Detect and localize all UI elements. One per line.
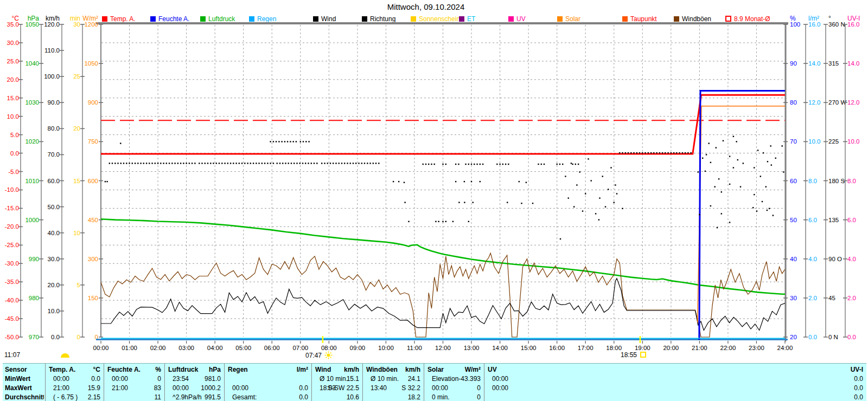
svg-text:5.0: 5.0 — [10, 132, 19, 138]
svg-text:20.0: 20.0 — [7, 76, 19, 83]
stats-table: SensorMinWertMaxWertDurchschnittTemp. A.… — [3, 363, 866, 401]
svg-text:1040: 1040 — [25, 60, 39, 67]
svg-text:110.0: 110.0 — [44, 47, 60, 54]
daylight-sun-icon — [61, 353, 69, 358]
table-col-unit: UV-I — [484, 365, 863, 374]
svg-text:10.0: 10.0 — [847, 138, 859, 145]
table-value-number: 0 — [104, 374, 161, 383]
svg-text:05:00: 05:00 — [235, 345, 251, 351]
table-value-number: 18.2 — [363, 393, 420, 401]
svg-text:150: 150 — [88, 295, 98, 301]
svg-text:40: 40 — [790, 256, 797, 262]
svg-text:10.0: 10.0 — [48, 308, 60, 314]
sunrise-time: 07:47 — [305, 351, 333, 360]
svg-text:980: 980 — [29, 295, 39, 301]
svg-text:03:00: 03:00 — [178, 345, 194, 351]
svg-text:20.0: 20.0 — [48, 282, 60, 288]
table-row-label-sensor: Sensor — [5, 365, 44, 374]
table-value-number: 0.0 — [484, 374, 863, 383]
svg-text:0.0: 0.0 — [808, 334, 817, 340]
svg-text:30.0: 30.0 — [7, 40, 19, 46]
svg-text:-30.0: -30.0 — [5, 260, 19, 267]
svg-text:12.0: 12.0 — [808, 99, 820, 106]
svg-text:80: 80 — [790, 99, 797, 106]
svg-text:15.0: 15.0 — [7, 95, 19, 101]
axis-wm2: 120010509007506004503001500W/m² — [82, 15, 103, 340]
svg-text:18:00: 18:00 — [606, 345, 622, 351]
svg-text:315: 315 — [828, 60, 839, 67]
table-value-number: 0.0 — [46, 374, 100, 383]
table-row-label-durchschnitt: Durchschnitt — [5, 393, 44, 401]
svg-text:5: 5 — [77, 282, 80, 288]
svg-text:20: 20 — [73, 125, 80, 132]
table-value-number: 15.1 — [312, 374, 359, 383]
table-value-number: 991.5 — [165, 393, 221, 401]
svg-text:0.0: 0.0 — [847, 334, 856, 340]
svg-text:-50.0: -50.0 — [5, 334, 19, 340]
table-col-unit: °C — [46, 365, 100, 374]
axis-unit-label: °C — [12, 15, 20, 22]
svg-text:4.0: 4.0 — [808, 256, 817, 262]
svg-text:10:00: 10:00 — [378, 345, 394, 351]
svg-text:-25.0: -25.0 — [5, 242, 19, 248]
axis-unit-label: % — [790, 15, 796, 22]
svg-text:6.0: 6.0 — [808, 217, 817, 223]
table-value-number: 0 — [424, 393, 481, 401]
svg-text:180 S: 180 S — [828, 178, 845, 184]
svg-text:12.0: 12.0 — [847, 99, 859, 106]
table-value-number: 0.0 — [225, 384, 308, 392]
svg-text:50.0: 50.0 — [48, 204, 60, 210]
table-col-unit: % — [104, 365, 161, 374]
svg-text:20: 20 — [790, 334, 797, 340]
axis-unit-label: W/m² — [82, 15, 98, 22]
svg-text:50: 50 — [790, 217, 797, 223]
svg-text:02:00: 02:00 — [150, 345, 166, 351]
svg-text:100.0: 100.0 — [44, 73, 60, 80]
table-value-number: -43.393 — [424, 374, 481, 383]
svg-text:-10.0: -10.0 — [5, 186, 19, 193]
table-column-wind: Windkm/hØ 10 min.15.118:03S-SW 22.510.6 — [311, 364, 363, 401]
svg-text:80.0: 80.0 — [48, 125, 60, 132]
axis-unit-label: UV-I — [847, 15, 860, 22]
axis-pct: 1009080706050403020% — [783, 15, 800, 340]
svg-text:14.0: 14.0 — [847, 60, 859, 67]
table-value-number: 2.15 — [46, 393, 100, 401]
table-col-unit: hPa — [165, 365, 221, 374]
svg-text:1020: 1020 — [25, 138, 39, 145]
axis-unit-label: l/m² — [808, 15, 819, 22]
table-value-number: 10.6 — [312, 393, 359, 401]
table-row-label-maxwert: MaxWert — [5, 384, 44, 392]
svg-text:15: 15 — [73, 178, 80, 184]
svg-text:-35.0: -35.0 — [5, 279, 19, 285]
svg-text:10.0: 10.0 — [7, 113, 19, 120]
table-column-regen: Regenl/m²00:000.0Gesamt:0.0 — [224, 364, 312, 401]
sunrise-sun-icon — [324, 351, 333, 359]
axis-uvi: 16.014.012.010.08.06.04.02.00.0UV-I — [843, 15, 860, 340]
svg-text:10: 10 — [73, 230, 80, 236]
table-col-unit: W/m² — [424, 365, 481, 374]
table-value-number: 24.1 — [363, 374, 420, 383]
svg-text:8.0: 8.0 — [808, 178, 817, 184]
svg-text:-20.0: -20.0 — [5, 223, 19, 230]
table-value-number: 83 — [104, 384, 161, 392]
svg-text:-5.0: -5.0 — [8, 169, 19, 175]
svg-text:12:00: 12:00 — [435, 345, 451, 351]
axis-unit-label: ° — [828, 15, 831, 22]
table-value-number: 0.0 — [225, 393, 308, 401]
svg-text:30: 30 — [790, 295, 797, 301]
table-value-number: 1000.2 — [165, 384, 221, 392]
svg-text:6.0: 6.0 — [847, 217, 856, 223]
svg-text:20:00: 20:00 — [663, 345, 679, 351]
axis-hpa: 105010401030102010101000990980970hPa — [25, 15, 43, 340]
svg-text:16:00: 16:00 — [549, 345, 565, 351]
svg-text:1010: 1010 — [25, 178, 39, 184]
svg-text:90 O: 90 O — [828, 256, 842, 262]
axis-c: 35.030.025.020.015.010.05.00.0-5.0-10.0-… — [5, 15, 23, 340]
table-column-solar: SolarW/m²Elevation-43.39300:0000 min.0 — [424, 364, 484, 401]
svg-text:13:00: 13:00 — [464, 345, 480, 351]
table-value-number: 0.0 — [484, 384, 863, 392]
svg-text:-45.0: -45.0 — [5, 315, 19, 322]
svg-text:970: 970 — [29, 334, 39, 340]
svg-text:11:00: 11:00 — [407, 345, 422, 351]
svg-text:60: 60 — [790, 178, 797, 184]
